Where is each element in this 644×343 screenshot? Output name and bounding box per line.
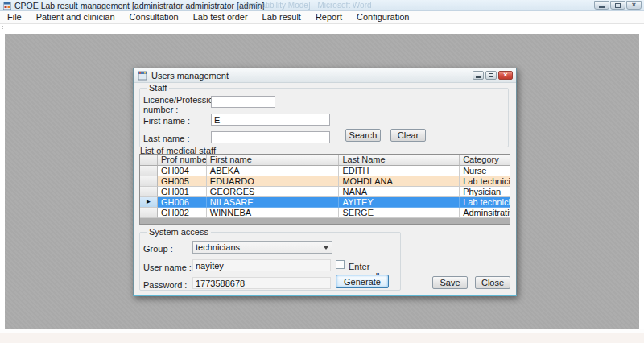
cell-first-name: NII ASARE xyxy=(207,197,340,208)
cell-prof-number: GH002 xyxy=(158,208,207,218)
row-selector-arrow-icon: ► xyxy=(146,199,152,205)
main-titlebar[interactable]: CPOE Lab result management [administrato… xyxy=(0,0,644,11)
table-row-selected[interactable]: ► GH006 NII ASARE AYITEY Lab technician xyxy=(140,197,510,208)
chevron-down-icon[interactable] xyxy=(320,242,332,253)
table-row[interactable]: GH004 ABEKA EDITH Nurse xyxy=(140,166,510,176)
row-selector[interactable]: ► xyxy=(140,197,158,208)
staff-groupbox: Staff Licence/Professional number : Firs… xyxy=(139,88,509,147)
application-window: CPOE Lab result management [administrato… xyxy=(0,0,644,343)
menu-file[interactable]: File xyxy=(0,11,29,23)
row-selector[interactable] xyxy=(140,166,158,176)
username-label: User name : xyxy=(143,262,192,272)
background-window-title: [Compatibility Mode] - Microsoft Word xyxy=(237,1,447,10)
save-button[interactable]: Save xyxy=(432,276,468,289)
column-header-category[interactable]: Category xyxy=(460,155,510,166)
cell-category: Physician xyxy=(460,187,510,197)
cell-last-name: NANA xyxy=(339,187,460,197)
license-input[interactable] xyxy=(211,96,275,108)
minimize-icon xyxy=(476,76,481,78)
first-name-input[interactable] xyxy=(211,114,330,126)
cell-first-name: ABEKA xyxy=(207,166,340,176)
generate-button[interactable]: Generate xyxy=(336,275,389,288)
menu-patient-and-clinician[interactable]: Patient and clinician xyxy=(29,11,122,23)
first-name-label: First name : xyxy=(143,116,190,126)
menu-report[interactable]: Report xyxy=(308,11,349,23)
password-input[interactable] xyxy=(192,277,331,289)
header-selector-cell xyxy=(140,155,158,166)
cell-prof-number: GH006 xyxy=(158,197,207,208)
users-management-dialog: Users management × Staff Licence/Profess… xyxy=(133,68,517,296)
search-button[interactable]: Search xyxy=(345,129,381,142)
password-label: Password : xyxy=(143,280,187,290)
table-row[interactable]: GH002 WINNEBA SERGE Adminsitrative xyxy=(140,208,510,218)
cell-prof-number: GH004 xyxy=(158,166,207,176)
dialog-title: Users management xyxy=(151,71,229,81)
table-header-row: Prof number First name Last Name Categor… xyxy=(140,155,510,166)
dialog-minimize-button[interactable] xyxy=(473,71,484,80)
dialog-titlebar[interactable]: Users management × xyxy=(134,68,516,83)
cell-first-name: EDUARDO xyxy=(207,176,340,187)
cell-prof-number: GH005 xyxy=(158,176,207,187)
cell-category: Nurse xyxy=(460,166,510,176)
maximize-button[interactable] xyxy=(610,1,625,10)
maximize-icon xyxy=(615,3,621,8)
status-bar xyxy=(0,333,644,343)
staff-group-label: Staff xyxy=(147,83,169,93)
cell-first-name: GEORGES xyxy=(207,187,340,197)
system-access-group-label: System access xyxy=(147,227,211,238)
cell-category: Lab technician xyxy=(460,197,510,208)
column-header-first-name[interactable]: First name xyxy=(207,155,340,166)
system-access-groupbox: System access Group : technicians User n… xyxy=(139,232,401,291)
menu-bar: File Patient and clinician Consultation … xyxy=(0,11,644,24)
dialog-maximize-button[interactable] xyxy=(485,71,497,80)
cell-category: Lab technician xyxy=(460,176,510,187)
cell-first-name: WINNEBA xyxy=(207,208,340,218)
group-combobox-value: technicians xyxy=(196,242,240,252)
cell-last-name: MOHDLANA xyxy=(339,176,460,187)
cell-category: Adminsitrative xyxy=(460,208,510,218)
group-combobox[interactable]: technicians xyxy=(192,241,332,254)
table-row[interactable]: GH001 GEORGES NANA Physician xyxy=(140,187,510,197)
menu-consultation[interactable]: Consultation xyxy=(122,11,186,23)
last-name-input[interactable] xyxy=(211,131,330,143)
maximize-icon xyxy=(489,73,493,77)
enter-manually-checkbox[interactable] xyxy=(336,260,345,269)
cell-last-name: EDITH xyxy=(339,166,460,176)
row-selector[interactable] xyxy=(140,176,158,187)
menu-configuration[interactable]: Configuration xyxy=(349,11,416,23)
medical-staff-table[interactable]: Prof number First name Last Name Categor… xyxy=(139,154,510,225)
table-row[interactable]: GH005 EDUARDO MOHDLANA Lab technician xyxy=(140,176,510,187)
minimize-button[interactable] xyxy=(594,1,609,10)
column-header-last-name[interactable]: Last Name xyxy=(339,155,460,166)
row-selector[interactable] xyxy=(140,208,158,218)
group-field-label: Group : xyxy=(143,244,173,254)
close-icon: × xyxy=(632,2,636,9)
window-title: CPOE Lab result management [administrato… xyxy=(14,1,264,10)
last-name-label: Last name : xyxy=(143,134,189,143)
cell-prof-number: GH001 xyxy=(158,187,207,197)
column-header-prof-number[interactable]: Prof number xyxy=(158,155,207,166)
form-icon xyxy=(138,71,147,81)
close-icon: × xyxy=(503,72,507,79)
dialog-close-button[interactable]: × xyxy=(498,71,513,80)
username-input[interactable] xyxy=(192,259,331,271)
cell-last-name: AYITEY xyxy=(339,197,460,208)
menu-lab-result[interactable]: Lab result xyxy=(255,11,308,23)
menu-lab-test-order[interactable]: Lab test order xyxy=(186,11,255,23)
row-selector[interactable] xyxy=(140,187,158,197)
minimize-icon xyxy=(599,6,605,8)
close-button[interactable]: × xyxy=(626,1,642,10)
close-dialog-button[interactable]: Close xyxy=(475,276,510,289)
toolbar-grip xyxy=(2,26,3,32)
app-icon xyxy=(3,2,11,10)
cell-last-name: SERGE xyxy=(339,208,460,218)
clear-button[interactable]: Clear xyxy=(390,129,426,142)
